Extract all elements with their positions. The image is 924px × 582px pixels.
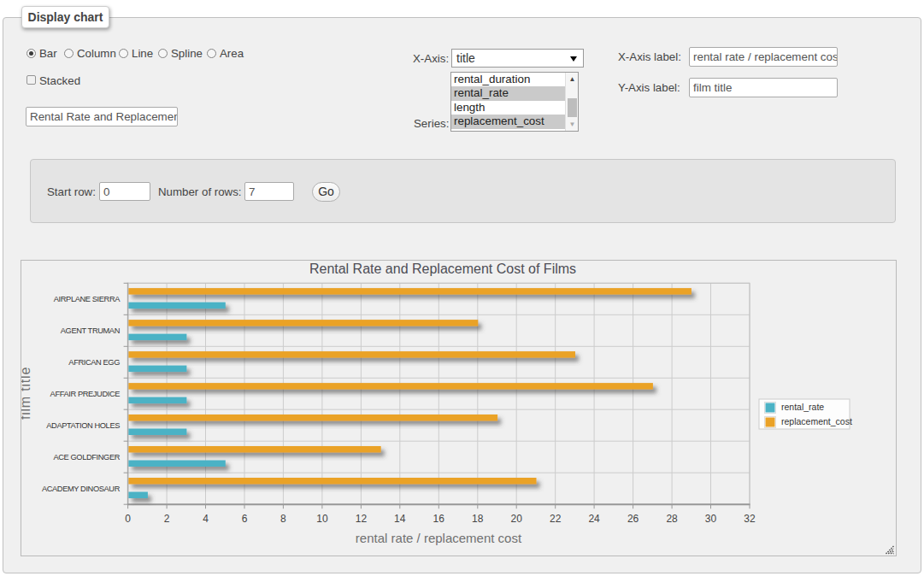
svg-text:24: 24 (588, 513, 600, 525)
svg-text:10: 10 (316, 513, 328, 525)
svg-text:22: 22 (550, 513, 562, 525)
svg-text:16: 16 (433, 513, 445, 525)
svg-text:32: 32 (744, 513, 756, 525)
svg-text:20: 20 (511, 513, 523, 525)
svg-text:AFFAIR PREJUDICE: AFFAIR PREJUDICE (50, 390, 121, 398)
svg-text:film title: film title (21, 367, 32, 420)
svg-text:Rental Rate and Replacement Co: Rental Rate and Replacement Cost of Film… (309, 262, 576, 276)
svg-text:30: 30 (705, 513, 717, 525)
svg-text:18: 18 (472, 513, 484, 525)
svg-text:12: 12 (356, 513, 368, 525)
svg-text:0: 0 (125, 513, 131, 525)
svg-text:AIRPLANE SIERRA: AIRPLANE SIERRA (54, 295, 121, 303)
svg-text:28: 28 (666, 513, 678, 525)
svg-text:6: 6 (242, 513, 248, 525)
svg-text:14: 14 (394, 513, 406, 525)
svg-text:26: 26 (627, 513, 639, 525)
svg-text:AFRICAN EGG: AFRICAN EGG (68, 358, 120, 367)
svg-text:AGENT TRUMAN: AGENT TRUMAN (61, 326, 120, 335)
svg-text:8: 8 (280, 513, 286, 525)
svg-text:rental_rate: rental_rate (781, 402, 824, 412)
svg-text:2: 2 (164, 513, 170, 525)
svg-text:ACE GOLDFINGER: ACE GOLDFINGER (53, 453, 120, 461)
svg-text:4: 4 (203, 513, 209, 525)
svg-text:rental rate / replacement cost: rental rate / replacement cost (356, 531, 522, 545)
svg-text:ACADEMY DINOSAUR: ACADEMY DINOSAUR (42, 485, 121, 493)
svg-text:replacement_cost: replacement_cost (781, 416, 852, 426)
svg-text:ADAPTATION HOLES: ADAPTATION HOLES (46, 421, 120, 430)
